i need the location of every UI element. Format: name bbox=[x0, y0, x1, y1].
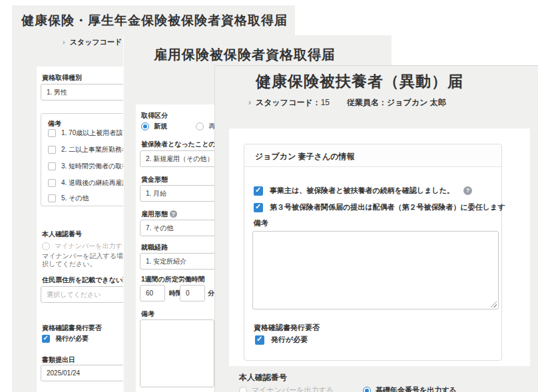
kakunin-label: 資格確認書発行要否 bbox=[42, 323, 102, 333]
radio-shinki-row[interactable]: 新規 bbox=[141, 122, 167, 131]
staff-code-value: 15 bbox=[321, 98, 330, 107]
inin-check2-row[interactable]: 第３号被保険者関係届の提出は配偶者（第２号被保険者）に委任します bbox=[254, 202, 505, 212]
page-title-kenpo: 健康保険・厚生年金保険被保険者資格取得届 bbox=[21, 12, 288, 29]
checkbox-checked[interactable] bbox=[254, 186, 263, 196]
biko-label: 備考 bbox=[141, 309, 154, 319]
radio-selected[interactable] bbox=[363, 387, 371, 392]
staff-code-label: スタッフコード： bbox=[256, 98, 321, 107]
biko-group-label: 備考 bbox=[48, 119, 61, 128]
minutes-unit-label: 分 bbox=[208, 289, 214, 298]
breadcrumb-chevron-icon bbox=[63, 38, 65, 46]
radio-selected[interactable] bbox=[141, 122, 149, 130]
biko-option-row[interactable]: 1. 70歳以上被用者該当 bbox=[48, 128, 129, 138]
dependent-card-header: ジョブカン 妻子さんの情報 bbox=[244, 144, 501, 167]
checkbox-checked[interactable] bbox=[42, 335, 50, 343]
biko-option-row[interactable]: 3. 短時間労働者の取得（ bbox=[48, 162, 135, 171]
jikan-label: 1週間の所定労働時間 bbox=[141, 275, 205, 284]
mynumber-radio-row[interactable]: マイナンバーを出力する bbox=[239, 385, 334, 392]
minutes-input[interactable]: 0 bbox=[180, 285, 205, 301]
breadcrumb: スタッフコード：15従業員名：ジョブカン 太郎 bbox=[248, 97, 446, 108]
shikaku-label: 資格取得種別 bbox=[42, 73, 82, 83]
checkbox-unchecked[interactable] bbox=[48, 146, 56, 154]
shorui-label: 書類提出日 bbox=[42, 355, 75, 365]
koyokeitai-label: 雇用形態 bbox=[141, 210, 177, 219]
chingin-label: 賃金形態 bbox=[141, 175, 168, 184]
checkbox-checked[interactable] bbox=[254, 203, 263, 212]
hakko-checkbox-row[interactable]: 発行が必要 bbox=[42, 334, 89, 343]
checkbox-unchecked[interactable] bbox=[48, 179, 56, 187]
page-title-koyo: 雇用保険被保険者資格取得届 bbox=[154, 46, 336, 64]
hours-input[interactable]: 60 bbox=[140, 285, 165, 301]
checkbox-unchecked[interactable] bbox=[48, 162, 56, 170]
fuyo-content-panel: ジョブカン 妻子さんの情報 事業主は、被保険者と被扶養者の続柄を確認しました。 … bbox=[229, 128, 530, 366]
honnin-label: 本人確認番号 bbox=[42, 230, 82, 239]
window-fuyosha-ido-form: 健康保険被扶養者（異動）届 スタッフコード：15従業員名：ジョブカン 太郎 ジョ… bbox=[214, 65, 538, 392]
honnin-label: 本人確認番号 bbox=[239, 372, 287, 383]
help-icon[interactable] bbox=[463, 186, 472, 195]
checkbox-checked[interactable] bbox=[255, 335, 264, 345]
hakko-checkbox-row[interactable]: 発行が必要 bbox=[255, 335, 308, 345]
biko-textarea[interactable] bbox=[140, 319, 214, 387]
kubun-label: 取得区分 bbox=[141, 111, 168, 120]
biko-option-row[interactable]: 5. その他 bbox=[48, 194, 89, 203]
radio-disabled[interactable] bbox=[239, 387, 247, 392]
employee-name: 従業員名：ジョブカン 太郎 bbox=[347, 98, 446, 107]
breadcrumb: スタッフコード bbox=[63, 37, 122, 47]
checkbox-unchecked[interactable] bbox=[48, 194, 56, 202]
biko-option-row[interactable]: 2. 二以上事業所勤務者の bbox=[48, 145, 135, 154]
kakunin-check1-row[interactable]: 事業主は、被保険者と被扶養者の続柄を確認しました。 bbox=[254, 186, 472, 196]
dependent-info-card: ジョブカン 妻子さんの情報 事業主は、被保険者と被扶養者の続柄を確認しました。 … bbox=[244, 144, 502, 361]
resize-grip-icon[interactable] bbox=[491, 301, 497, 307]
shushoku-label: 就職経路 bbox=[141, 243, 168, 252]
radio-disabled[interactable] bbox=[42, 242, 50, 250]
mynumber-radio-row[interactable]: マイナンバーを出力する bbox=[42, 242, 129, 251]
mynumber-hint-line2: 択してください。 bbox=[42, 260, 96, 269]
biko-label: 備考 bbox=[254, 218, 268, 228]
desktop-canvas: 健康保険・厚生年金保険被保険者資格取得届 スタッフコード 資格取得種別 1. 男… bbox=[0, 0, 538, 392]
checkbox-unchecked[interactable] bbox=[48, 129, 56, 137]
jusho-label: 住民票住所を記載できない理由 bbox=[42, 276, 136, 285]
breadcrumb-label: スタッフコード bbox=[70, 38, 123, 46]
breadcrumb-chevron-icon bbox=[248, 98, 251, 107]
help-icon[interactable] bbox=[170, 210, 177, 218]
biko-textarea[interactable] bbox=[252, 231, 499, 309]
radio-unselected[interactable] bbox=[196, 122, 204, 130]
biko-option-row[interactable]: 4. 退職後の継続再雇用者 bbox=[48, 178, 135, 188]
kakunin-label: 資格確認書発行要否 bbox=[254, 323, 320, 333]
kiso-nenkin-radio-row[interactable]: 基礎年金番号を出力する bbox=[363, 385, 457, 392]
dependent-card-title: ジョブカン 妻子さんの情報 bbox=[255, 151, 355, 162]
page-title-fuyo: 健康保険被扶養者（異動）届 bbox=[256, 71, 463, 92]
